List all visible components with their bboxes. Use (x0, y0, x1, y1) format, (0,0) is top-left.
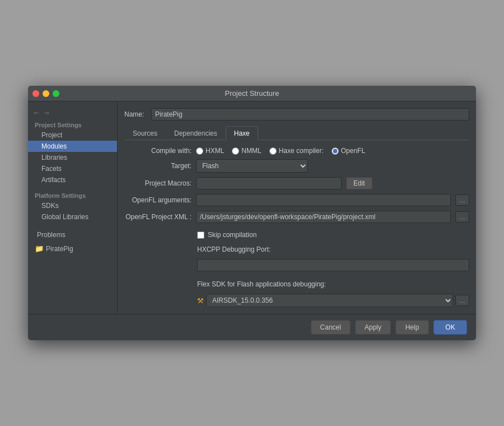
project-structure-window: Project Structure ← → Project Settings P… (28, 86, 476, 340)
sidebar-item-modules[interactable]: Modules (28, 141, 117, 152)
openfl-args-row: OpenFL arguments: … (124, 194, 469, 206)
name-row: Name: (124, 108, 469, 121)
radio-openfl[interactable]: OpenFL (332, 147, 365, 155)
tabs-row: Sources Dependencies Haxe (124, 126, 469, 140)
openfl-arguments-input[interactable] (196, 194, 451, 206)
project-macros-input[interactable] (196, 177, 342, 189)
module-name: PiratePig (46, 245, 73, 253)
compile-options-group: HXML NMML Haxe compiler: OpenFL (196, 147, 365, 155)
tab-sources[interactable]: Sources (124, 126, 166, 140)
window-title: Project Structure (225, 89, 279, 98)
help-button[interactable]: Help (395, 320, 429, 335)
ok-button[interactable]: OK (433, 320, 467, 335)
sidebar: ← → Project Settings Project Modules Lib… (28, 101, 118, 314)
target-dropdown-wrap: Flash HTML5 CPP Neko (196, 159, 308, 173)
project-macros-row: Project Macros: Edit (124, 177, 469, 189)
flex-sdk-browse-button[interactable]: … (455, 295, 469, 306)
titlebar: Project Structure (28, 86, 476, 101)
target-label: Target: (124, 162, 192, 170)
forward-icon[interactable]: → (43, 108, 50, 117)
target-row: Target: Flash HTML5 CPP Neko (124, 159, 469, 173)
sidebar-item-project[interactable]: Project (28, 129, 117, 141)
close-button[interactable] (32, 90, 39, 97)
module-tree-item[interactable]: 📁 PiratePig (30, 243, 117, 254)
compile-with-label: Compile with: (124, 147, 192, 155)
compile-with-row: Compile with: HXML NMML Haxe compiler (124, 147, 469, 155)
tab-haxe[interactable]: Haxe (226, 126, 258, 140)
folder-icon: 📁 (35, 244, 44, 253)
openfl-args-browse-button[interactable]: … (455, 195, 469, 206)
radio-hxml[interactable]: HXML (196, 147, 224, 155)
maximize-button[interactable] (53, 90, 59, 97)
footer: Cancel Apply Help OK (28, 314, 476, 340)
tab-dependencies[interactable]: Dependencies (166, 126, 226, 140)
openfl-xml-row: OpenFL Project XML : … (124, 211, 469, 223)
platform-settings-label: Platform Settings (28, 190, 117, 200)
hxcpp-debug-label: HXCPP Debugging Port: (124, 246, 469, 253)
hxcpp-debug-input[interactable] (197, 259, 469, 271)
traffic-lights (32, 90, 59, 97)
skip-compilation-row[interactable]: Skip compilation (124, 231, 469, 239)
sdk-icon: ⚒ (197, 297, 204, 305)
project-settings-label: Project Settings (28, 119, 117, 129)
minimize-button[interactable] (43, 90, 49, 97)
skip-compilation-checkbox[interactable] (197, 231, 204, 239)
nav-arrows: ← → (28, 106, 117, 119)
flex-sdk-label: Flex SDK for Flash applications debuggin… (124, 280, 469, 288)
project-macros-label: Project Macros: (124, 179, 192, 187)
radio-haxe-compiler[interactable]: Haxe compiler: (269, 147, 324, 155)
main-content: ← → Project Settings Project Modules Lib… (28, 101, 476, 314)
sidebar-item-facets[interactable]: Facets (28, 163, 117, 174)
back-icon[interactable]: ← (32, 108, 40, 117)
openfl-xml-input[interactable] (196, 211, 451, 223)
flex-sdk-wrap: ⚒ AIRSDK_15.0.0.356 … (124, 294, 469, 307)
cancel-button[interactable]: Cancel (311, 320, 351, 335)
openfl-arguments-label: OpenFL arguments: (124, 196, 192, 204)
sidebar-item-artifacts[interactable]: Artifacts (28, 174, 117, 186)
skip-compilation-label: Skip compilation (208, 231, 256, 239)
name-input[interactable] (151, 108, 469, 121)
target-dropdown[interactable]: Flash HTML5 CPP Neko (196, 159, 308, 173)
openfl-xml-browse-button[interactable]: … (455, 211, 469, 223)
form-grid: Compile with: HXML NMML Haxe compiler (124, 147, 469, 307)
sidebar-item-problems[interactable]: Problems (28, 229, 117, 240)
sidebar-item-global-libraries[interactable]: Global Libraries (28, 211, 117, 223)
sidebar-item-sdks[interactable]: SDKs (28, 200, 117, 211)
flex-sdk-dropdown[interactable]: AIRSDK_15.0.0.356 (206, 294, 453, 307)
hxcpp-debug-wrap (124, 259, 469, 271)
radio-nmml[interactable]: NMML (232, 147, 261, 155)
content-area: Name: Sources Dependencies Haxe Co (118, 101, 476, 314)
sidebar-item-libraries[interactable]: Libraries (28, 152, 117, 163)
openfl-xml-label: OpenFL Project XML : (124, 213, 192, 221)
edit-button[interactable]: Edit (346, 177, 372, 189)
name-label: Name: (124, 110, 147, 118)
apply-button[interactable]: Apply (355, 320, 391, 335)
